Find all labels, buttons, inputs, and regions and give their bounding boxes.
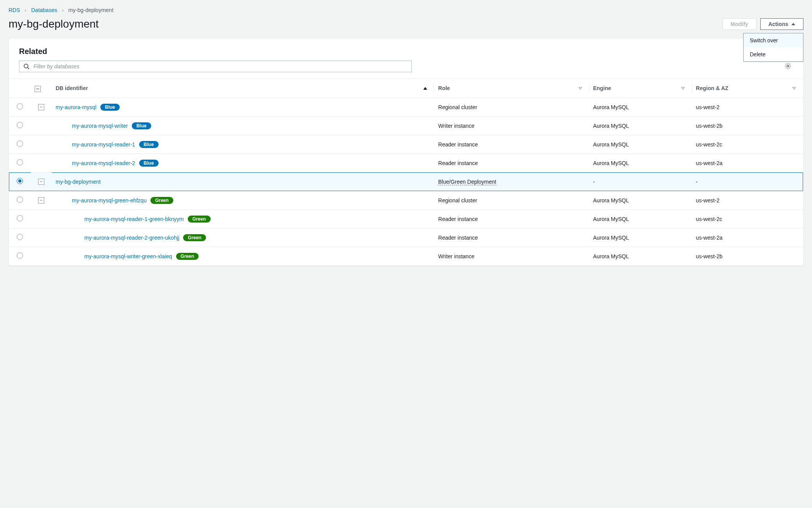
region-value: us-west-2b: [692, 117, 803, 135]
table-row[interactable]: my-aurora-mysql-reader-2BlueReader insta…: [9, 154, 803, 172]
engine-value: Aurora MySQL: [589, 210, 692, 228]
engine-value: -: [589, 172, 692, 191]
select-radio[interactable]: [17, 103, 23, 110]
engine-value: Aurora MySQL: [589, 98, 692, 117]
svg-point-0: [24, 64, 28, 68]
col-engine[interactable]: Engine: [589, 79, 692, 98]
settings-button[interactable]: [783, 61, 793, 72]
role-value: Reader instance: [438, 216, 478, 222]
db-identifier-link[interactable]: my-aurora-mysql: [56, 104, 96, 110]
table-row[interactable]: my-aurora-mysql-reader-1-green-bknyymGre…: [9, 210, 803, 228]
col-region-label: Region & AZ: [696, 85, 728, 91]
svg-line-1: [28, 68, 29, 69]
expand-toggle[interactable]: −: [38, 104, 44, 110]
blue-badge: Blue: [139, 160, 159, 167]
region-value: -: [692, 172, 803, 191]
role-value: Writer instance: [438, 253, 474, 259]
green-badge: Green: [150, 197, 173, 204]
table-row[interactable]: my-aurora-mysql-writer-green-xlaieqGreen…: [9, 247, 803, 266]
db-identifier-link[interactable]: my-aurora-mysql-reader-1: [72, 141, 135, 148]
engine-value: Aurora MySQL: [589, 247, 692, 266]
role-value: Regional cluster: [438, 197, 477, 204]
region-value: us-west-2: [692, 191, 803, 210]
select-radio[interactable]: [17, 197, 23, 203]
engine-value: Aurora MySQL: [589, 228, 692, 247]
modify-button[interactable]: Modify: [723, 18, 756, 30]
role-value: Reader instance: [438, 160, 478, 166]
region-value: us-west-2a: [692, 154, 803, 172]
table-row[interactable]: my-aurora-mysql-reader-2-green-ukohjjGre…: [9, 228, 803, 247]
table-row[interactable]: −my-aurora-mysqlBlueRegional clusterAuro…: [9, 98, 803, 117]
engine-value: Aurora MySQL: [589, 117, 692, 135]
region-value: us-west-2c: [692, 210, 803, 228]
role-value: Reader instance: [438, 141, 478, 148]
engine-value: Aurora MySQL: [589, 191, 692, 210]
filter-input-wrapper[interactable]: [19, 61, 412, 72]
col-engine-label: Engine: [593, 85, 611, 91]
green-badge: Green: [183, 234, 206, 241]
caret-up-icon: [791, 23, 795, 25]
select-radio[interactable]: [17, 215, 23, 221]
green-badge: Green: [176, 253, 199, 260]
page-title: my-bg-deployment: [9, 18, 99, 30]
action-switch-over[interactable]: Switch over: [744, 33, 803, 47]
db-identifier-link[interactable]: my-aurora-mysql-writer: [72, 123, 128, 129]
db-identifier-link[interactable]: my-aurora-mysql-writer-green-xlaieq: [84, 253, 172, 259]
expand-toggle[interactable]: −: [38, 197, 44, 204]
engine-value: Aurora MySQL: [589, 135, 692, 154]
blue-badge: Blue: [139, 141, 159, 148]
actions-button-label: Actions: [768, 21, 788, 27]
databases-table: DB identifier Role Engine Region & AZ −m…: [9, 78, 803, 266]
col-role-label: Role: [438, 85, 450, 91]
table-row[interactable]: my-aurora-mysql-writerBlueWriter instanc…: [9, 117, 803, 135]
col-region[interactable]: Region & AZ: [692, 79, 803, 98]
select-radio[interactable]: [17, 252, 23, 259]
gear-icon: [784, 63, 791, 70]
breadcrumb: RDS › Databases › my-bg-deployment: [9, 7, 803, 13]
role-value: Reader instance: [438, 235, 478, 241]
related-panel: Related DB identifier Role Engine Region…: [9, 38, 803, 266]
region-value: us-west-2: [692, 98, 803, 117]
table-row[interactable]: −my-aurora-mysql-green-ehfzquGreenRegion…: [9, 191, 803, 210]
table-row[interactable]: my-aurora-mysql-reader-1BlueReader insta…: [9, 135, 803, 154]
actions-button[interactable]: Actions: [760, 18, 803, 30]
breadcrumb-root[interactable]: RDS: [9, 7, 20, 13]
sort-icon: [681, 87, 685, 90]
expand-toggle[interactable]: −: [38, 179, 44, 185]
col-identifier-label: DB identifier: [56, 85, 88, 91]
sort-asc-icon: [423, 87, 427, 90]
filter-input[interactable]: [33, 63, 407, 70]
col-expand[interactable]: [31, 79, 52, 98]
expand-all-toggle[interactable]: [35, 86, 41, 92]
green-badge: Green: [188, 216, 211, 223]
col-role[interactable]: Role: [434, 79, 589, 98]
select-radio[interactable]: [17, 122, 23, 128]
blue-badge: Blue: [132, 122, 151, 129]
col-identifier[interactable]: DB identifier: [52, 79, 434, 98]
db-identifier-link[interactable]: my-aurora-mysql-reader-2-green-ukohjj: [84, 235, 179, 241]
panel-title: Related: [19, 47, 793, 56]
select-radio[interactable]: [17, 178, 23, 184]
search-icon: [23, 63, 30, 70]
db-identifier-link[interactable]: my-aurora-mysql-reader-2: [72, 160, 135, 166]
db-identifier-link[interactable]: my-bg-deployment: [56, 179, 101, 185]
db-identifier-link[interactable]: my-aurora-mysql-green-ehfzqu: [72, 197, 147, 204]
blue-badge: Blue: [100, 104, 120, 111]
engine-value: Aurora MySQL: [589, 154, 692, 172]
select-radio[interactable]: [17, 234, 23, 240]
role-value: Writer instance: [438, 123, 474, 129]
role-value: Regional cluster: [438, 104, 477, 110]
region-value: us-west-2b: [692, 247, 803, 266]
select-radio[interactable]: [17, 159, 23, 165]
table-row[interactable]: −my-bg-deploymentBlue/Green Deployment--: [9, 172, 803, 191]
region-value: us-west-2a: [692, 228, 803, 247]
actions-dropdown: Switch over Delete: [743, 33, 803, 62]
action-delete[interactable]: Delete: [744, 47, 803, 61]
select-radio[interactable]: [17, 141, 23, 147]
breadcrumb-parent[interactable]: Databases: [31, 7, 57, 13]
svg-point-2: [787, 65, 789, 67]
role-value: Blue/Green Deployment: [438, 179, 496, 185]
breadcrumb-current: my-bg-deployment: [68, 7, 114, 13]
db-identifier-link[interactable]: my-aurora-mysql-reader-1-green-bknyym: [84, 216, 184, 222]
sort-icon: [578, 87, 582, 90]
